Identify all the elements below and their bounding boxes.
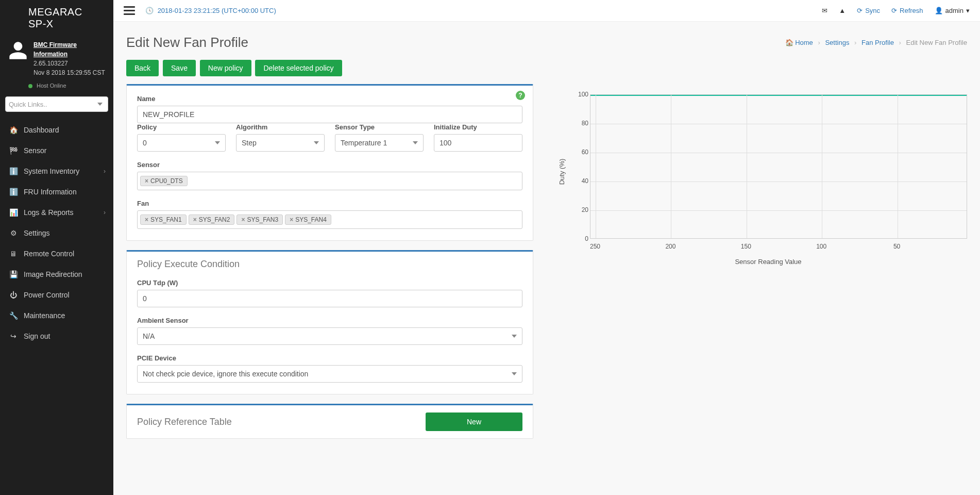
nav-label: Sign out xyxy=(24,332,50,340)
nav-remote-control[interactable]: 🖥Remote Control xyxy=(0,243,113,264)
back-button[interactable]: Back xyxy=(126,60,159,76)
sensor-type-label: Sensor Type xyxy=(335,123,424,131)
chart-x-tick: 100 xyxy=(816,243,826,250)
save-button[interactable]: Save xyxy=(163,60,196,76)
chart-x-label: Sensor Reading Value xyxy=(735,258,801,266)
chart-y-tick: 100 xyxy=(576,91,588,98)
caret-down-icon: ▾ xyxy=(966,7,970,14)
alert-icon[interactable]: ▲ xyxy=(839,7,846,14)
chart-x-tick: 150 xyxy=(741,243,751,250)
nav-label: Logs & Reports xyxy=(24,208,74,217)
host-status: Host Online xyxy=(0,82,113,89)
nav-power-control[interactable]: ⏻Power Control xyxy=(0,285,113,305)
nav-label: Remote Control xyxy=(24,250,74,258)
disk-icon: 💾 xyxy=(9,270,18,278)
delete-policy-button[interactable]: Delete selected policy xyxy=(255,60,342,76)
breadcrumb-fan-profile[interactable]: Fan Profile xyxy=(861,39,894,46)
brand-title: MEGARAC SP-X xyxy=(0,0,113,35)
nav-image-redirection[interactable]: 💾Image Redirection xyxy=(0,264,113,285)
info-icon: ℹ️ xyxy=(9,188,18,196)
firmware-version: 2.65.103227 xyxy=(33,59,106,68)
firmware-info-link[interactable]: BMC Firmware Information xyxy=(33,40,106,59)
breadcrumb-current: Edit New Fan Profile xyxy=(906,39,968,46)
user-icon: 👤 xyxy=(935,7,943,14)
tag[interactable]: ×SYS_FAN3 xyxy=(236,214,283,225)
mail-icon[interactable]: ✉ xyxy=(822,7,827,14)
fan-tag-input[interactable]: ×SYS_FAN1×SYS_FAN2×SYS_FAN3×SYS_FAN4 xyxy=(137,210,522,229)
tag[interactable]: ×CPU0_DTS xyxy=(140,176,188,186)
nav-logs[interactable]: 📊Logs & Reports› xyxy=(0,202,113,223)
firmware-build-time: Nov 8 2018 15:29:55 CST xyxy=(33,68,106,77)
nav-label: Settings xyxy=(24,229,50,237)
nav-maintenance[interactable]: 🔧Maintenance xyxy=(0,305,113,326)
tag-remove-icon[interactable]: × xyxy=(193,216,197,223)
pcie-label: PCIE Device xyxy=(137,354,522,362)
clock-icon: 🕓 xyxy=(145,7,154,14)
sensor-label: Sensor xyxy=(137,161,522,169)
page-title: Edit New Fan Profile xyxy=(126,35,248,51)
fan-label: Fan xyxy=(137,200,522,207)
policy-label: Policy xyxy=(137,123,226,131)
tag[interactable]: ×SYS_FAN1 xyxy=(140,214,187,225)
name-input[interactable] xyxy=(137,106,522,123)
policy-ref-panel: Policy Reference Table New xyxy=(126,404,533,439)
nav-menu: 🏠Dashboard 🏁Sensor ℹ️System Inventory› ℹ… xyxy=(0,120,113,346)
timestamp: 🕓 2018-01-23 23:21:25 (UTC+00:00 UTC) xyxy=(145,7,276,14)
breadcrumb-home[interactable]: Home xyxy=(795,39,813,46)
sync-button[interactable]: ⟳Sync xyxy=(857,7,880,14)
nav-label: Sensor xyxy=(24,146,46,155)
breadcrumb-settings[interactable]: Settings xyxy=(825,39,849,46)
nav-sensor[interactable]: 🏁Sensor xyxy=(0,140,113,161)
signout-icon: ↪ xyxy=(9,332,18,340)
monitor-icon: 🖥 xyxy=(9,250,18,258)
quick-links-select[interactable]: Quick Links.. xyxy=(5,96,108,112)
menu-toggle-icon[interactable] xyxy=(124,6,135,15)
sensor-type-select[interactable]: Temperature 1 xyxy=(335,134,424,152)
tag-remove-icon[interactable]: × xyxy=(145,177,148,185)
nav-system-inventory[interactable]: ℹ️System Inventory› xyxy=(0,161,113,182)
user-label: admin xyxy=(945,7,964,14)
chart-y-tick: 40 xyxy=(576,177,588,185)
home-icon: 🏠 xyxy=(9,126,18,134)
chart-x-tick: 250 xyxy=(590,243,600,250)
breadcrumb: 🏠 Home › Settings › Fan Profile › Edit N… xyxy=(785,39,967,46)
algorithm-select[interactable]: Step xyxy=(236,134,325,152)
chart-x-tick: 200 xyxy=(665,243,675,250)
nav-sign-out[interactable]: ↪Sign out xyxy=(0,326,113,346)
new-button[interactable]: New xyxy=(426,412,522,431)
pcie-select[interactable]: Not check pcie device, ignore this execu… xyxy=(137,365,522,383)
user-block: BMC Firmware Information 2.65.103227 Nov… xyxy=(0,35,113,85)
algorithm-label: Algorithm xyxy=(236,123,325,131)
chart-y-tick: 80 xyxy=(576,120,588,127)
chart-series-line xyxy=(590,95,967,96)
chart-y-tick: 60 xyxy=(576,148,588,156)
tag[interactable]: ×SYS_FAN2 xyxy=(189,214,235,225)
refresh-button[interactable]: ⟳Refresh xyxy=(891,7,923,14)
cpu-tdp-input[interactable] xyxy=(137,290,522,307)
profile-form-panel: ? Name Policy 0 Algorithm xyxy=(126,84,533,241)
ambient-select[interactable]: N/A xyxy=(137,327,522,345)
policy-select[interactable]: 0 xyxy=(137,134,226,152)
tag-remove-icon[interactable]: × xyxy=(241,216,245,223)
nav-fru[interactable]: ℹ️FRU Information xyxy=(0,182,113,202)
nav-label: System Inventory xyxy=(24,167,79,175)
tag[interactable]: ×SYS_FAN4 xyxy=(285,214,331,225)
nav-settings[interactable]: ⚙Settings xyxy=(0,223,113,243)
info-icon: ℹ️ xyxy=(9,167,18,175)
init-duty-input[interactable] xyxy=(434,134,522,152)
help-icon[interactable]: ? xyxy=(516,91,525,100)
chart-y-label: Duty (%) xyxy=(558,159,566,185)
chevron-right-icon: › xyxy=(104,209,106,216)
chart-plot-area xyxy=(590,94,967,239)
cpu-tdp-label: CPU Tdp (W) xyxy=(137,279,522,287)
sensor-tag-input[interactable]: ×CPU0_DTS xyxy=(137,172,522,190)
chart-y-tick: 20 xyxy=(576,206,588,213)
tag-remove-icon[interactable]: × xyxy=(145,216,148,223)
user-menu[interactable]: 👤admin ▾ xyxy=(935,7,970,14)
tag-remove-icon[interactable]: × xyxy=(290,216,293,223)
nav-dashboard[interactable]: 🏠Dashboard xyxy=(0,120,113,140)
new-policy-button[interactable]: New policy xyxy=(200,60,251,76)
init-duty-label: Initialize Duty xyxy=(434,123,522,131)
refresh-icon: ⟳ xyxy=(891,7,897,14)
nav-label: Dashboard xyxy=(24,126,59,134)
